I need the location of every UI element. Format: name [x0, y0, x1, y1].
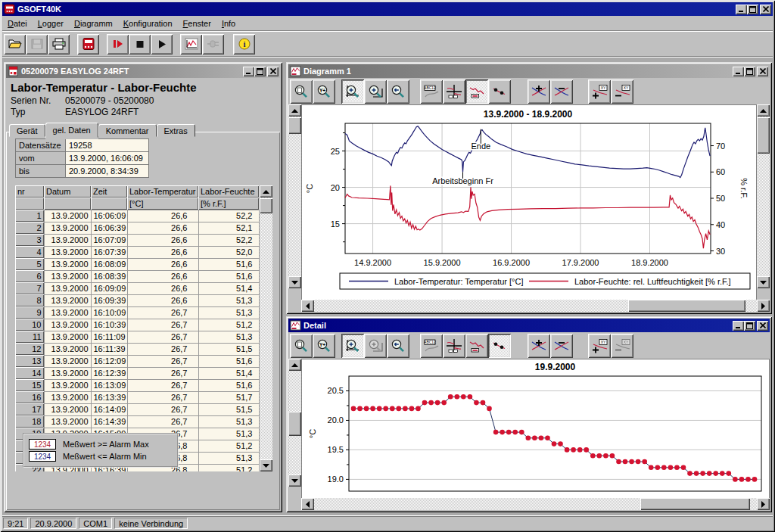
column-header[interactable]: Labor-Temperatur [127, 185, 198, 198]
logger-logo-icon[interactable] [77, 34, 99, 54]
diagram1-points-icon[interactable] [488, 79, 511, 104]
table-row[interactable]: 1813.9.200016:14:3926,751,3 [15, 415, 259, 428]
detail-minimize-button[interactable] [733, 321, 744, 331]
scroll-right-button[interactable] [757, 300, 770, 312]
scroll-thumb[interactable] [260, 198, 272, 213]
diagram1-add-curve-icon[interactable] [528, 79, 550, 104]
menu-datei[interactable]: Datei [2, 17, 33, 30]
detail-alarm-curve-icon[interactable] [465, 334, 488, 358]
table-row[interactable]: 1313.9.200016:12:0926,751,6 [15, 355, 259, 367]
diagram1-zoom-back-icon[interactable] [387, 79, 409, 104]
detail-chart-canvas[interactable]: 19.9.200019.019.520.020.5°C [301, 359, 770, 499]
scroll-down-button[interactable] [288, 276, 301, 288]
diagram1-maximize-button[interactable] [744, 67, 755, 76]
scroll-up-button[interactable] [288, 359, 301, 371]
detail-left-axis-scrollbar[interactable] [288, 359, 301, 487]
scroll-thumb[interactable] [757, 117, 770, 154]
app-titlebar[interactable]: GSOFT40K [2, 2, 773, 16]
scroll-down-button[interactable] [757, 276, 770, 288]
scroll-left-button[interactable] [301, 498, 314, 510]
scroll-up-button[interactable] [260, 185, 272, 198]
table-row[interactable]: 1213.9.200016:11:3926,751,5 [15, 343, 259, 355]
detail-close-button[interactable] [757, 321, 768, 331]
detail-titlebar[interactable]: Detail [288, 319, 770, 332]
detail-horizontal-scrollbar[interactable] [301, 498, 770, 510]
info-icon[interactable]: i [233, 34, 255, 54]
scroll-down-button[interactable] [288, 474, 301, 487]
diagram1-remove-curve-icon[interactable] [550, 79, 573, 104]
diagram1-zoom-doc-icon[interactable] [290, 79, 313, 104]
detail-maximize-button[interactable] [744, 321, 755, 331]
scroll-thumb[interactable] [640, 498, 750, 510]
table-row[interactable]: 1013.9.200016:10:3926,751,2 [15, 319, 259, 331]
diagram1-chart-canvas[interactable]: 13.9.2000 - 18.9.200014.9.200015.9.20001… [301, 104, 757, 300]
detail-add-curve-icon[interactable] [528, 334, 550, 358]
open-file-icon[interactable] [4, 34, 26, 54]
table-row[interactable]: 1113.9.200016:11:0926,751,3 [15, 331, 259, 343]
menu-diagramm[interactable]: Diagramm [69, 17, 118, 30]
table-row[interactable]: 613.9.200016:08:3926,651,6 [15, 270, 259, 282]
menu-fenster[interactable]: Fenster [178, 17, 216, 30]
scroll-right-button[interactable] [757, 498, 770, 510]
menu-logger[interactable]: Logger [33, 17, 69, 30]
logger-close-button[interactable] [267, 67, 279, 76]
table-row[interactable]: 1613.9.200016:13:3926,751,7 [15, 391, 259, 403]
stop-icon[interactable] [129, 34, 151, 54]
tab-extras[interactable]: Extras [157, 124, 195, 137]
column-header[interactable]: Zeit [91, 185, 127, 198]
scroll-down-button[interactable] [260, 459, 272, 471]
app-close-button[interactable] [760, 5, 771, 14]
diagram1-zoom-axes-icon[interactable] [341, 79, 364, 104]
scroll-thumb[interactable] [628, 300, 745, 312]
diagram1-left-axis-scrollbar[interactable] [288, 104, 301, 288]
table-vertical-scrollbar[interactable] [260, 185, 272, 471]
detail-labels-abc-icon[interactable]: ABC12 [420, 334, 443, 358]
detail-add-xy-icon[interactable]: XY [588, 334, 611, 358]
diagram1-zoom-lens-icon[interactable] [364, 79, 387, 104]
diagram1-remove-xy-icon[interactable]: XY [611, 79, 633, 104]
play-icon[interactable] [151, 34, 173, 54]
scroll-thumb[interactable] [288, 412, 301, 436]
table-row[interactable]: 1713.9.200016:14:0926,751,5 [15, 403, 259, 415]
diagram1-horizontal-scrollbar[interactable] [301, 300, 770, 312]
column-header[interactable]: Datum [44, 185, 91, 198]
scroll-thumb[interactable] [288, 117, 301, 134]
diagram1-labels-abc-icon[interactable]: ABC12 [420, 79, 443, 104]
table-row[interactable]: 1513.9.200016:13:0926,751,6 [15, 379, 259, 391]
detail-zoom-y-icon[interactable]: Y+ [313, 334, 335, 358]
diagram1-crosshair-icon[interactable] [443, 79, 465, 104]
column-header[interactable]: nr [15, 185, 44, 198]
detail-zoom-back-icon[interactable] [387, 334, 409, 358]
start-record-icon[interactable] [107, 34, 129, 54]
scroll-left-button[interactable] [301, 300, 314, 312]
detail-zoom-doc-icon[interactable] [290, 334, 313, 358]
tab-ger-t[interactable]: Gerät [9, 124, 45, 137]
print-icon[interactable] [48, 34, 70, 54]
diagram-icon[interactable] [180, 34, 202, 54]
diagram1-minimize-button[interactable] [733, 67, 744, 76]
table-row[interactable]: 413.9.200016:07:3926,652,0 [15, 246, 259, 258]
table-row[interactable]: 113.9.200016:06:0926,652,2 [15, 210, 259, 222]
diagram1-right-axis-scrollbar[interactable] [757, 104, 770, 288]
scroll-up-button[interactable] [288, 104, 301, 117]
diagram1-titlebar[interactable]: Diagramm 1 [288, 64, 770, 78]
logger-window-titlebar[interactable]: 05200079 EASYLOG 24RFT [6, 64, 280, 78]
detail-points-icon[interactable] [488, 334, 511, 358]
column-header[interactable]: Labor-Feuchte [198, 185, 259, 198]
table-row[interactable]: 513.9.200016:08:0926,651,6 [15, 258, 259, 270]
logger-minimize-button[interactable] [243, 67, 254, 76]
diagram1-close-button[interactable] [757, 67, 768, 76]
tab-kommentar[interactable]: Kommentar [98, 124, 157, 137]
diagram1-zoom-y-icon[interactable]: Y+ [313, 79, 335, 104]
table-row[interactable]: 1413.9.200016:12:3926,751,4 [15, 367, 259, 379]
app-minimize-button[interactable] [736, 5, 747, 14]
diagram1-add-xy-icon[interactable]: XY [588, 79, 611, 104]
menu-konfiguration[interactable]: Konfiguration [118, 17, 178, 30]
logger-maximize-button[interactable] [254, 67, 266, 76]
diagram1-alarm-curve-icon[interactable] [465, 79, 488, 104]
table-row[interactable]: 713.9.200016:09:0926,651,4 [15, 282, 259, 294]
table-row[interactable]: 913.9.200016:10:0926,751,3 [15, 306, 259, 319]
detail-remove-curve-icon[interactable] [550, 334, 573, 358]
table-row[interactable]: 213.9.200016:06:3926,652,1 [15, 222, 259, 234]
tab-gel-daten[interactable]: gel. Daten [45, 123, 98, 138]
